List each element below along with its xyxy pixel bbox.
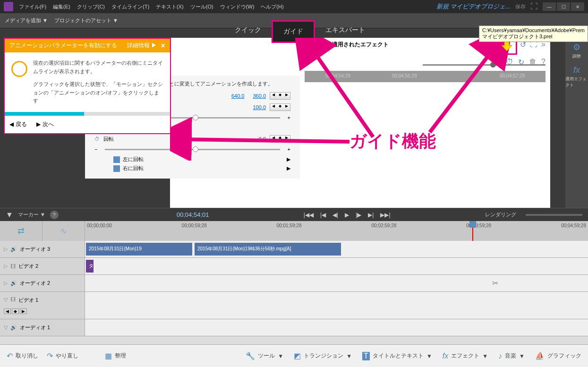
next-label: 次へ [43, 120, 54, 128]
undo-icon: ↶ [7, 351, 13, 360]
nav-key-button[interactable]: ◆ [12, 308, 19, 314]
save-button[interactable]: 保存 [515, 3, 526, 10]
close-button[interactable]: ✕ [571, 2, 584, 11]
marker-dropdown[interactable]: マーカー ▼ [18, 211, 45, 218]
step-fwd-button[interactable]: |▶ [356, 212, 361, 218]
nav-next-button[interactable]: ▶ [20, 308, 27, 314]
fx-icon: fx [443, 352, 448, 360]
menu-clip[interactable]: クリップ(C) [77, 3, 105, 10]
rotate-left-icon [113, 156, 120, 163]
graphic-button[interactable]: ⛵グラフィック [535, 351, 581, 360]
stopwatch-icon[interactable]: ⏱ [94, 136, 100, 142]
effect-button[interactable]: fxエフェクト▼ [443, 351, 488, 360]
undo-label: 取り消し [16, 352, 38, 360]
applied-fx-label: 適用エフェクト [565, 76, 588, 88]
annotation-arrows [170, 38, 510, 161]
menu-window[interactable]: ウィンドウ(W) [220, 3, 255, 10]
clip[interactable]: 2015年08月31日(Mon)19時36分56秒.mpg[A] [195, 243, 341, 256]
marker-add-icon[interactable]: ▼ [6, 211, 13, 219]
timeline-view-button[interactable]: ⇄ [0, 221, 43, 241]
grid-icon: ▦ [105, 351, 112, 360]
speaker-icon[interactable]: 🔊 [10, 324, 17, 331]
audio-wave-button[interactable]: ∿ [43, 221, 85, 241]
render-button[interactable]: レンダリング [485, 211, 516, 218]
transition-button[interactable]: ◩トランジション▼ [294, 351, 352, 360]
organize-button[interactable]: ▦整理 [105, 351, 126, 360]
menu-tool[interactable]: ツール(O) [190, 3, 213, 10]
rotation-label: 回転 [103, 136, 114, 143]
track-label: オーディオ 2 [20, 280, 50, 287]
menu-edit[interactable]: 編集(E) [53, 3, 70, 10]
redo-icon: ↷ [47, 351, 53, 360]
undo-button[interactable]: ↶取り消し [7, 351, 38, 360]
guide-header: アニメーションパラメーターを有効にする 詳細情報 ▶ ✕ [5, 39, 170, 52]
timeline-ruler[interactable]: 00;00;00;00 00;00;59;28 00;01;59;28 00;0… [85, 221, 588, 241]
menu-text[interactable]: テキスト(X) [156, 3, 184, 10]
tool-button[interactable]: 🔧ツール▼ [246, 351, 283, 360]
music-label: 音楽 [505, 352, 516, 360]
svg-line-0 [314, 52, 373, 137]
maximize-button[interactable]: ☐ [557, 2, 570, 11]
rotate-right-label: 右に回転 [123, 165, 144, 172]
step-back-button[interactable]: ◀| [332, 212, 338, 218]
track-video2: ▷🎞ビデオ 2 タ [0, 258, 588, 275]
music-button[interactable]: ♪音楽▼ [498, 351, 525, 360]
playhead[interactable] [472, 221, 473, 241]
clip[interactable]: 2015年08月31日(Mon)19 [86, 243, 192, 256]
redo-button[interactable]: ↷やり直し [47, 351, 78, 360]
track-label: オーディオ 3 [20, 246, 50, 253]
next-button[interactable]: ▶| [368, 212, 374, 218]
nav-prev-button[interactable]: ◀ [4, 308, 11, 314]
play-button[interactable]: ▶ [345, 212, 349, 218]
help-button[interactable]: ? [50, 211, 59, 219]
zoom-slider[interactable] [526, 214, 582, 216]
redo-label: やり直し [56, 352, 78, 360]
fx-icon: fx [573, 65, 580, 75]
sliders-icon: ⚙ [573, 42, 580, 52]
track-label: オーディオ 1 [20, 324, 50, 331]
expand-icon[interactable]: ▷ [4, 263, 8, 269]
project-name: 新規 マイビデオプロジェ... [436, 2, 511, 11]
rotate-left-label: 左に回転 [123, 156, 144, 163]
guide-detail-link[interactable]: 詳細情報 ▶ [127, 42, 157, 50]
guide-close-button[interactable]: ✕ [161, 43, 165, 49]
project-assets-button[interactable]: プロジェクトのアセット ▼ [54, 17, 118, 24]
applied-fx-tab[interactable]: fx 適用エフェクト [565, 64, 588, 90]
speaker-icon[interactable]: 🔊 [10, 246, 17, 252]
expand-icon[interactable]: ▷ [4, 246, 8, 252]
film-icon[interactable]: 🎞 [10, 264, 16, 269]
collapse-icon[interactable]: ▽ [4, 324, 8, 331]
minus-icon: − [94, 146, 97, 152]
goto-start-button[interactable]: |◀◀ [304, 212, 314, 218]
ruler-tick: 00;01;59;28 [277, 223, 302, 228]
track-label: ビデオ 2 [18, 263, 38, 270]
goto-end-button[interactable]: ▶▶| [380, 212, 390, 218]
track-audio1: ▽🔊オーディオ 1 [0, 319, 588, 336]
adjust-label: 調整 [572, 53, 581, 60]
path-tooltip: C:¥Users¥yamaa¥Documents¥Adobe¥Prem マイビデ… [479, 26, 588, 42]
speaker-icon[interactable]: 🔊 [10, 280, 17, 286]
menu-timeline[interactable]: タイムライン(T) [111, 3, 149, 10]
guide-next-button[interactable]: ▶次へ [36, 120, 54, 128]
menu-help[interactable]: ヘルプ(H) [261, 3, 283, 10]
prev-button[interactable]: |◀ [320, 212, 326, 218]
collapse-icon[interactable]: ▽ [4, 297, 8, 304]
track-video1: ▽🎞ビデオ 1 ◀◆▶ [0, 292, 588, 319]
scissors-icon[interactable]: ✂ [492, 279, 498, 288]
ruler-tick: 00;00;59;28 [182, 223, 207, 228]
add-media-button[interactable]: メディアを追加 ▼ [5, 17, 48, 24]
boat-icon: ⛵ [535, 351, 545, 360]
minimize-button[interactable]: — [543, 2, 556, 11]
fullscreen-icon[interactable]: ⛶ [530, 2, 538, 11]
main-menu: ファイル(F) 編集(E) クリップ(C) タイムライン(T) テキスト(X) … [19, 3, 284, 10]
title-text-button[interactable]: Tタイトルとテキスト▼ [362, 351, 432, 360]
clip[interactable]: タ [86, 260, 94, 273]
svg-line-2 [184, 139, 349, 142]
music-icon: ♪ [498, 352, 502, 360]
rotate-right-button[interactable]: 右に回転▶ [113, 165, 290, 172]
menu-file[interactable]: ファイル(F) [19, 3, 46, 10]
film-icon[interactable]: 🎞 [10, 297, 16, 304]
expand-icon[interactable]: ▷ [4, 280, 8, 286]
transport-bar: ▼ マーカー ▼ ? 00;04;54;01 |◀◀ |◀ ◀| ▶ |▶ ▶|… [0, 208, 588, 221]
guide-back-button[interactable]: ◀戻る [9, 120, 27, 128]
